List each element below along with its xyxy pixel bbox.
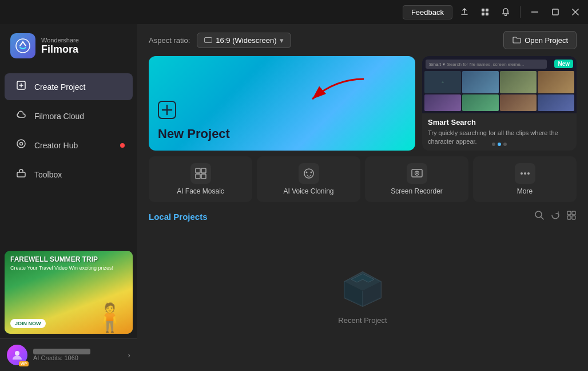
new-project-card[interactable]: New Project [149,56,415,151]
local-projects-title: Local Projects [149,212,208,222]
svg-rect-39 [572,216,575,219]
svg-rect-24 [201,174,206,179]
search-projects-icon[interactable] [534,210,545,223]
svg-point-33 [527,172,530,175]
new-badge: New [554,60,573,68]
quick-action-ai-face-mosaic[interactable]: AI Face Mosaic [149,156,252,202]
bell-icon[interactable] [497,3,514,21]
more-icon [515,163,535,184]
thumb-5 [462,94,499,112]
screen-recorder-icon [407,163,427,184]
thumb-3 [538,71,574,93]
banner-subtitle: Create Your Travel Video Win exciting pr… [10,265,127,271]
svg-rect-37 [572,211,575,215]
empty-state: Recent Project [149,230,577,363]
sidebar-item-create-project[interactable]: Create Project [5,73,133,100]
banner-join-button[interactable]: JOIN NOW [10,319,46,328]
svg-point-13 [20,143,23,145]
quick-action-label-recorder: Screen Recorder [391,187,443,195]
quick-action-label-face: AI Face Mosaic [177,187,224,195]
local-projects-section: Local Projects [137,202,588,371]
quick-action-ai-voice-cloning[interactable]: AI Voice Cloning [257,156,360,202]
minimize-button[interactable] [526,3,543,21]
sidebar-item-label-toolbox: Toolbox [34,170,62,179]
filmora-cloud-icon [15,109,27,123]
sidebar-item-creator-hub[interactable]: Creator Hub [5,132,133,159]
svg-point-15 [15,351,19,356]
avatar: VIP [7,345,27,365]
restore-button[interactable] [547,3,564,21]
app-logo-icon [10,33,35,58]
smart-search-placeholder: Search for file names, screen eleme... [447,62,525,67]
quick-action-more[interactable]: More [473,156,577,202]
svg-rect-5 [553,9,558,15]
thumb-6 [500,94,537,112]
quick-action-screen-recorder[interactable]: Screen Recorder [365,156,468,202]
svg-rect-38 [567,216,571,219]
feedback-button[interactable]: Feedback [403,5,452,19]
arrow-icon [301,73,370,108]
titlebar-separator [520,6,521,18]
titlebar: Feedback [0,0,588,24]
svg-line-35 [541,217,544,220]
sidebar: Wondershare Filmora Create Project [0,24,137,371]
svg-rect-36 [567,211,571,215]
svg-point-26 [305,172,307,173]
sidebar-nav: Create Project Filmora Cloud Creator [0,68,137,246]
brand-name-top: Wondershare [41,37,79,44]
sidebar-item-label-hub: Creator Hub [34,141,78,150]
grid-icon[interactable] [476,3,494,21]
carousel-dots [422,143,577,146]
notification-dot [120,143,125,148]
svg-point-30 [416,172,418,174]
user-name [33,349,90,354]
smart-search-title: Smart Search [428,118,571,127]
sidebar-item-filmora-cloud[interactable]: Filmora Cloud [5,102,133,129]
ai-face-mosaic-icon [190,163,211,184]
svg-rect-23 [196,174,200,179]
toolbox-icon [15,168,27,181]
smart-search-bar: Smart ▾ Search for file names, screen el… [426,60,547,69]
content-area: Aspect ratio: 16:9 (Widescreen) ▾ Open P… [137,24,588,371]
quick-action-label-more: More [517,187,533,195]
upload-icon[interactable] [456,3,473,21]
dot-3 [503,143,507,146]
aspect-chevron-icon: ▾ [280,36,284,45]
thumb-1 [462,71,499,93]
user-action-button[interactable]: › [128,350,130,360]
refresh-projects-icon[interactable] [550,210,561,223]
folder-icon [512,35,521,45]
quick-action-label-voice: AI Voice Cloning [283,187,333,195]
aspect-ratio-value: 16:9 (Widescreen) [216,36,276,45]
sidebar-user-area: VIP AI Credits: 1060 › [0,338,137,371]
sidebar-banner[interactable]: FAREWELL SUMMER TRIP Create Your Travel … [5,251,133,334]
smart-card-preview: Smart ▾ Search for file names, screen el… [422,56,577,113]
svg-point-12 [17,140,25,148]
ai-voice-cloning-icon [299,163,319,184]
open-project-button[interactable]: Open Project [503,31,577,49]
main-layout: Wondershare Filmora Create Project [0,24,588,371]
thumb-add: + [424,71,461,93]
sidebar-item-label-create: Create Project [34,82,85,92]
svg-rect-2 [482,13,484,15]
user-info: AI Credits: 1060 [33,349,122,361]
close-button[interactable] [567,4,583,20]
svg-point-31 [521,172,523,175]
smart-dropdown: Smart ▾ [429,62,445,67]
thumb-2 [500,71,537,93]
smart-search-card[interactable]: Smart ▾ Search for file names, screen el… [422,56,577,151]
empty-state-label: Recent Project [338,316,387,325]
content-topbar: Aspect ratio: 16:9 (Widescreen) ▾ Open P… [137,24,588,56]
svg-rect-14 [17,172,25,177]
local-projects-header: Local Projects [149,210,577,223]
svg-rect-16 [205,38,212,43]
sidebar-item-toolbox[interactable]: Toolbox [5,161,133,188]
svg-rect-21 [196,168,200,173]
empty-box-icon [340,269,386,309]
creator-hub-icon [15,139,27,152]
aspect-ratio-select[interactable]: 16:9 (Widescreen) ▾ [197,33,291,48]
grid-view-icon[interactable] [566,210,577,223]
dot-1 [492,143,495,146]
thumb-7 [538,94,574,112]
svg-rect-0 [482,9,484,11]
